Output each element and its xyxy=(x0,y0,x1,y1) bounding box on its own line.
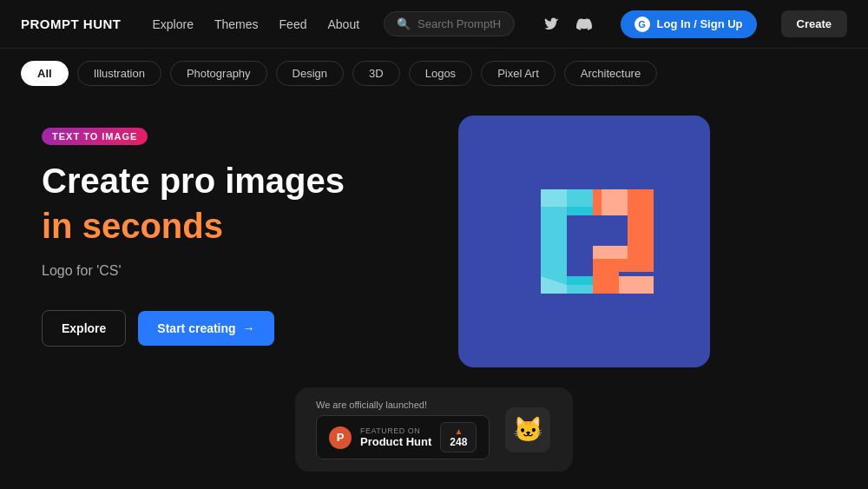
search-bar[interactable]: 🔍 xyxy=(384,11,515,36)
filter-design[interactable]: Design xyxy=(276,61,344,86)
filter-photography[interactable]: Photography xyxy=(170,61,267,86)
product-hunt-banner: We are officially launched! P FEATURED O… xyxy=(295,387,573,472)
filter-logos[interactable]: Logos xyxy=(409,61,472,86)
hero-title-line1: Create pro images xyxy=(42,161,424,201)
filter-architecture[interactable]: Architecture xyxy=(564,61,657,86)
svg-marker-11 xyxy=(602,189,628,215)
svg-marker-12 xyxy=(593,246,628,259)
nav-explore[interactable]: Explore xyxy=(153,17,194,31)
svg-marker-14 xyxy=(541,189,567,207)
ph-count-box: ▲ 248 xyxy=(440,422,477,453)
explore-button[interactable]: Explore xyxy=(42,310,126,347)
main-content: TEXT TO IMAGE Create pro images in secon… xyxy=(0,98,868,367)
google-icon: G xyxy=(635,17,650,32)
ph-featured-label: FEATURED ON xyxy=(360,426,431,435)
hero-title-line2: in seconds xyxy=(42,206,424,246)
search-input[interactable] xyxy=(418,17,502,30)
hero-subtitle: Logo for 'CS' xyxy=(42,263,424,279)
arrow-icon: → xyxy=(243,321,255,335)
login-button[interactable]: G Log In / Sign Up xyxy=(621,10,757,38)
cs-logo-svg xyxy=(489,146,680,337)
svg-marker-13 xyxy=(619,276,654,294)
hero-badge: TEXT TO IMAGE xyxy=(42,128,148,145)
ph-name: Product Hunt xyxy=(360,435,431,448)
start-label: Start creating xyxy=(157,321,235,335)
discord-icon[interactable] xyxy=(572,12,596,36)
ph-badge[interactable]: P FEATURED ON Product Hunt ▲ 248 xyxy=(316,415,490,459)
ph-arrow: ▲ xyxy=(450,426,467,436)
nav-themes[interactable]: Themes xyxy=(214,17,259,31)
hero-image xyxy=(458,116,710,367)
brand-logo[interactable]: PROMPT HUNT xyxy=(21,17,122,31)
search-icon: 🔍 xyxy=(397,17,411,30)
filter-illustration[interactable]: Illustration xyxy=(77,61,161,86)
nav-about[interactable]: About xyxy=(327,17,359,31)
filter-3d[interactable]: 3D xyxy=(352,61,400,86)
start-creating-button[interactable]: Start creating → xyxy=(138,311,273,346)
ph-launched-text: We are officially launched! xyxy=(316,400,490,410)
filter-bar: All Illustration Photography Design 3D L… xyxy=(0,49,868,98)
twitter-icon[interactable] xyxy=(539,12,563,36)
filter-all[interactable]: All xyxy=(21,61,69,86)
social-icons xyxy=(539,12,596,36)
cta-buttons: Explore Start creating → xyxy=(42,310,424,347)
ph-text-block: FEATURED ON Product Hunt xyxy=(360,426,431,448)
hero-text: TEXT TO IMAGE Create pro images in secon… xyxy=(42,119,424,347)
create-button[interactable]: Create xyxy=(781,10,847,37)
ph-logo: P xyxy=(329,426,352,449)
filter-pixel-art[interactable]: Pixel Art xyxy=(481,61,556,86)
nav-links: Explore Themes Feed About xyxy=(153,17,360,31)
nav-feed[interactable]: Feed xyxy=(279,17,307,31)
login-label: Log In / Sign Up xyxy=(657,17,743,30)
ph-content: We are officially launched! P FEATURED O… xyxy=(316,400,490,459)
ph-count: 248 xyxy=(450,436,467,448)
navbar: PROMPT HUNT Explore Themes Feed About 🔍 … xyxy=(0,0,868,49)
ph-avatar: 🐱 xyxy=(505,407,550,453)
